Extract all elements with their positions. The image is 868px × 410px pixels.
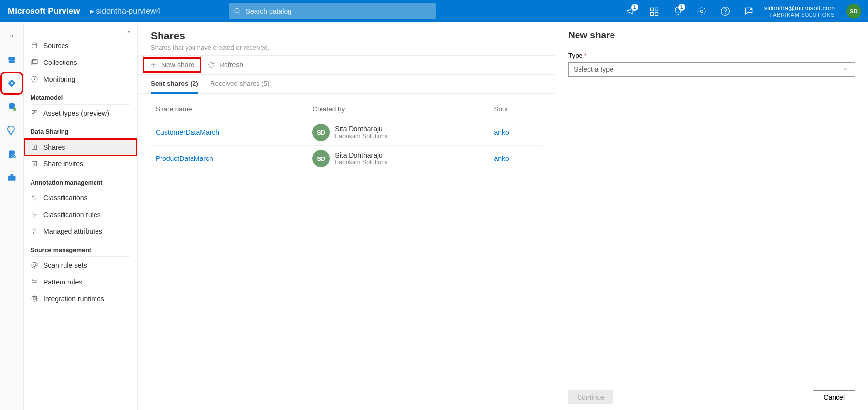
toolbar: New share Refresh: [138, 55, 555, 75]
svg-line-1: [239, 12, 241, 14]
nav-asset-types[interactable]: Asset types (preview): [24, 105, 137, 122]
chevron-down-icon: [843, 66, 850, 73]
svg-rect-26: [32, 114, 34, 116]
col-source[interactable]: Sour: [489, 102, 542, 120]
user-avatar[interactable]: SD: [846, 4, 861, 19]
svg-point-20: [32, 43, 36, 45]
section-annotation: Annotation management: [24, 172, 137, 189]
rail-insights-icon[interactable]: [3, 122, 21, 139]
feedback-icon[interactable]: [740, 3, 757, 20]
svg-point-0: [235, 8, 239, 13]
svg-rect-35: [32, 296, 36, 301]
search-icon: [234, 7, 241, 15]
nav-managed-attributes[interactable]: Managed attributes: [24, 223, 137, 240]
creator-avatar: SD: [312, 124, 330, 141]
svg-rect-3: [655, 8, 658, 11]
help-icon[interactable]: [717, 3, 734, 20]
nav-collections[interactable]: Collections: [24, 54, 137, 71]
share-name-link[interactable]: CustomerDataMarch: [151, 120, 307, 146]
nav-pattern-rules[interactable]: Pattern rules: [24, 274, 137, 290]
announcements-badge: 1: [631, 4, 638, 11]
main-content: Shares Shares that you have created or r…: [138, 22, 555, 410]
nav-label: Monitoring: [43, 75, 75, 83]
col-share-name[interactable]: Share name: [151, 102, 307, 120]
nav-share-invites[interactable]: Share invites: [24, 156, 137, 172]
header-icon-bar: 1 1 sidontha@microsoft.com FABRIKAM SOLU…: [622, 3, 868, 20]
sidebar: « Sources Collections Monitoring Metamod…: [24, 22, 138, 410]
instance-name[interactable]: sidontha-purview4: [96, 7, 160, 16]
nav-classification-rules[interactable]: Classification rules: [24, 206, 137, 223]
creator-org: Fabrikam Solutions: [335, 159, 387, 166]
section-datasharing: Data Sharing: [24, 122, 137, 138]
nav-label: Share invites: [43, 160, 83, 168]
creator-avatar: SD: [312, 150, 330, 167]
type-label: Type*: [568, 52, 855, 59]
section-metamodel: Metamodel: [24, 88, 137, 104]
nav-label: Integration runtimes: [43, 295, 104, 303]
announcements-icon[interactable]: 1: [622, 3, 639, 20]
svg-rect-2: [650, 8, 653, 11]
notifications-badge: 1: [678, 4, 685, 11]
left-rail: »: [0, 22, 24, 410]
rail-policy-icon[interactable]: [3, 145, 21, 163]
search-input-wrap[interactable]: [229, 3, 436, 19]
page-subtitle: Shares that you have created or received…: [151, 44, 542, 51]
rail-datasources-icon[interactable]: [3, 98, 21, 116]
tab-sent-shares[interactable]: Sent shares (2): [151, 80, 198, 94]
nav-label: Classification rules: [43, 211, 101, 219]
nav-sources[interactable]: Sources: [24, 37, 137, 54]
svg-point-31: [33, 264, 35, 266]
sidebar-collapse[interactable]: «: [24, 28, 137, 37]
nav-scan-rule-sets[interactable]: Scan rule sets: [24, 257, 137, 274]
type-select[interactable]: Select a type: [568, 62, 855, 77]
svg-rect-21: [32, 61, 36, 65]
svg-rect-4: [650, 12, 653, 15]
nav-shares[interactable]: Shares: [24, 139, 137, 156]
nav-classifications[interactable]: Classifications: [24, 189, 137, 206]
nav-label: Scan rule sets: [43, 261, 87, 269]
rail-management-icon[interactable]: [3, 169, 21, 187]
rail-catalog-icon[interactable]: [3, 51, 21, 68]
rail-expand[interactable]: »: [3, 27, 21, 45]
svg-point-13: [10, 82, 12, 84]
svg-rect-18: [8, 176, 15, 181]
new-share-label: New share: [161, 61, 194, 69]
refresh-button[interactable]: Refresh: [202, 59, 248, 71]
source-link[interactable]: anko: [489, 120, 542, 146]
tab-bar: Sent shares (2) Received shares (5): [138, 75, 555, 94]
nav-label: Asset types (preview): [43, 109, 109, 117]
directory-icon[interactable]: [646, 3, 663, 20]
svg-point-15: [13, 108, 16, 111]
svg-rect-24: [32, 111, 34, 113]
rail-datamap-icon[interactable]: [3, 74, 21, 92]
share-name-link[interactable]: ProductDataMarch: [151, 146, 307, 172]
nav-label: Shares: [43, 143, 65, 151]
nav-label: Managed attributes: [43, 227, 102, 235]
settings-icon[interactable]: [693, 3, 710, 20]
col-created-by[interactable]: Created by: [307, 102, 489, 120]
creator-name: Sita Dontharaju: [335, 125, 387, 133]
tab-received-shares[interactable]: Received shares (5): [210, 80, 270, 93]
svg-point-29: [32, 196, 33, 197]
cancel-button[interactable]: Cancel: [813, 390, 855, 404]
table-row[interactable]: ProductDataMarch SD Sita Dontharaju Fabr…: [151, 146, 542, 172]
plus-icon: [150, 61, 158, 69]
new-share-panel: New share Type* Select a type Continue C…: [555, 22, 868, 410]
continue-button[interactable]: Continue: [568, 390, 613, 404]
creator-name: Sita Dontharaju: [335, 151, 387, 159]
svg-rect-22: [33, 59, 37, 63]
svg-rect-10: [8, 57, 15, 61]
user-account[interactable]: sidontha@microsoft.com FABRIKAM SOLUTION…: [764, 4, 839, 18]
source-link[interactable]: anko: [489, 146, 542, 172]
svg-rect-19: [10, 174, 13, 176]
nav-integration-runtimes[interactable]: Integration runtimes: [24, 290, 137, 307]
svg-rect-36: [33, 298, 35, 300]
notifications-icon[interactable]: 1: [670, 3, 686, 20]
nav-monitoring[interactable]: Monitoring: [24, 71, 137, 88]
new-share-button[interactable]: New share: [145, 59, 199, 71]
app-title: Microsoft Purview: [0, 6, 88, 16]
nav-label: Collections: [43, 59, 77, 66]
svg-point-11: [8, 61, 15, 63]
table-row[interactable]: CustomerDataMarch SD Sita Dontharaju Fab…: [151, 120, 542, 146]
search-input[interactable]: [242, 7, 431, 15]
